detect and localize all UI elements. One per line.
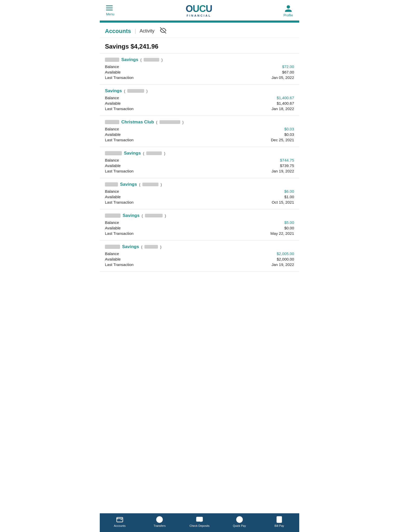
account-number-redacted — [142, 183, 158, 186]
profile-button[interactable]: Profile — [283, 4, 293, 17]
account-item-acc6[interactable]: Savings () Balance $5.00 Available $0.00… — [100, 209, 299, 241]
account-balance-row: Balance $2,005.00 — [105, 251, 294, 256]
account-balance-row: Balance $6.00 — [105, 189, 294, 194]
balance-value: $2,005.00 — [277, 251, 294, 256]
account-paren-close: ) — [161, 182, 162, 187]
account-name-redacted — [105, 58, 119, 62]
svg-rect-4 — [196, 517, 202, 521]
nav-item-quick-pay[interactable]: Quick Pay — [220, 516, 260, 527]
last-transaction-value: Dec 25, 2021 — [271, 138, 294, 142]
account-number-redacted — [159, 120, 180, 124]
account-name: Savings — [124, 151, 141, 156]
account-item-acc3[interactable]: Christmas Club () Balance $0.03 Availabl… — [100, 116, 299, 147]
account-last-transaction-row: Last Transaction Dec 25, 2021 — [105, 138, 294, 142]
account-last-transaction-row: Last Transaction Jan 05, 2022 — [105, 75, 294, 80]
account-name-redacted — [105, 245, 120, 249]
account-number-redacted — [146, 151, 162, 155]
account-name: Savings — [122, 244, 139, 249]
savings-total: Savings $4,241.96 — [100, 38, 299, 54]
balance-label: Balance — [105, 158, 119, 162]
account-name: Savings — [123, 213, 139, 218]
profile-label: Profile — [283, 13, 293, 17]
activity-tab[interactable]: Activity — [139, 28, 154, 34]
account-name-redacted — [105, 120, 119, 124]
account-header: Savings () — [105, 88, 294, 94]
last-transaction-label: Last Transaction — [105, 138, 134, 142]
available-label: Available — [105, 101, 121, 105]
nav-transfers-label: Transfers — [154, 524, 165, 527]
account-paren-open: ( — [139, 182, 140, 187]
available-value: $2,000.00 — [277, 257, 294, 261]
account-balance-row: Balance $5.00 — [105, 220, 294, 225]
balance-value: $72.00 — [282, 64, 294, 69]
account-last-transaction-row: Last Transaction Jan 19, 2022 — [105, 262, 294, 267]
account-last-transaction-row: Last Transaction May 22, 2021 — [105, 231, 294, 236]
account-paren-open: ( — [142, 214, 143, 218]
svg-rect-1 — [117, 517, 123, 522]
account-balance-row: Balance $72.00 — [105, 64, 294, 69]
account-last-transaction-row: Last Transaction Jan 18, 2022 — [105, 107, 294, 111]
last-transaction-value: Jan 05, 2022 — [271, 75, 294, 80]
account-paren-open: ( — [156, 120, 157, 124]
last-transaction-value: Jan 19, 2022 — [271, 169, 294, 173]
balance-label: Balance — [105, 96, 119, 100]
toggle-visibility-icon[interactable] — [160, 27, 166, 35]
wallet-icon — [116, 516, 123, 523]
sub-header: Accounts | Activity — [100, 23, 299, 38]
account-paren-open: ( — [141, 245, 142, 249]
account-item-acc4[interactable]: Savings () Balance $744.75 Available $73… — [100, 147, 299, 178]
last-transaction-label: Last Transaction — [105, 262, 134, 267]
header: Menu OUCU FINANCIAL Profile — [100, 0, 299, 21]
available-value: $0.00 — [284, 226, 294, 230]
balance-label: Balance — [105, 64, 119, 69]
account-header: Savings () — [105, 182, 294, 187]
account-item-acc1[interactable]: Savings () Balance $72.00 Available $67.… — [100, 54, 299, 85]
balance-value: $1,400.67 — [277, 96, 294, 100]
account-balance-row: Balance $1,400.67 — [105, 96, 294, 100]
account-paren-close: ) — [161, 58, 163, 62]
account-available-row: Available $0.03 — [105, 132, 294, 137]
available-label: Available — [105, 163, 121, 168]
menu-button[interactable]: Menu — [106, 5, 115, 16]
account-item-acc7[interactable]: Savings () Balance $2,005.00 Available $… — [100, 241, 299, 272]
available-label: Available — [105, 226, 121, 230]
balance-value: $5.00 — [284, 220, 294, 225]
account-available-row: Available $1,400.67 — [105, 101, 294, 105]
last-transaction-value: Jan 19, 2022 — [271, 262, 294, 267]
account-paren-close: ) — [160, 245, 161, 249]
account-name: Savings — [105, 88, 122, 94]
balance-label: Balance — [105, 251, 119, 256]
account-number-redacted — [144, 58, 159, 62]
account-header: Savings () — [105, 57, 294, 62]
account-header: Savings () — [105, 151, 294, 156]
account-name-redacted — [105, 182, 118, 187]
account-name: Savings — [120, 182, 137, 187]
accounts-tab[interactable]: Accounts — [105, 28, 131, 35]
nav-item-check-deposits[interactable]: Check Deposits — [179, 516, 220, 527]
available-label: Available — [105, 132, 121, 137]
account-item-acc5[interactable]: Savings () Balance $6.00 Available $1.00… — [100, 178, 299, 209]
last-transaction-value: Oct 15, 2021 — [272, 200, 294, 204]
account-item-acc2[interactable]: Savings () Balance $1,400.67 Available $… — [100, 85, 299, 116]
check-deposit-icon — [196, 516, 203, 523]
nav-quick-pay-label: Quick Pay — [233, 524, 246, 527]
accounts-list: Savings () Balance $72.00 Available $67.… — [100, 54, 299, 272]
nav-item-transfers[interactable]: Transfers — [140, 516, 180, 527]
account-name-redacted — [105, 214, 121, 218]
account-paren-open: ( — [140, 58, 142, 62]
nav-item-bill-pay[interactable]: Bill Pay — [259, 516, 299, 527]
nav-check-deposits-label: Check Deposits — [189, 524, 209, 527]
account-paren-close: ) — [165, 214, 166, 218]
bottom-nav: Accounts Transfers Check Deposits Quick … — [100, 513, 299, 532]
nav-item-accounts[interactable]: Accounts — [100, 516, 140, 527]
available-value: $1,400.67 — [277, 101, 294, 105]
last-transaction-label: Last Transaction — [105, 231, 134, 236]
svg-rect-2 — [116, 518, 118, 519]
teal-accent-bar — [100, 21, 299, 23]
bill-pay-icon — [276, 516, 283, 523]
account-paren-close: ) — [182, 120, 184, 124]
logo: OUCU FINANCIAL — [186, 4, 212, 17]
balance-label: Balance — [105, 127, 119, 131]
available-label: Available — [105, 195, 121, 199]
available-value: $739.75 — [280, 163, 294, 168]
